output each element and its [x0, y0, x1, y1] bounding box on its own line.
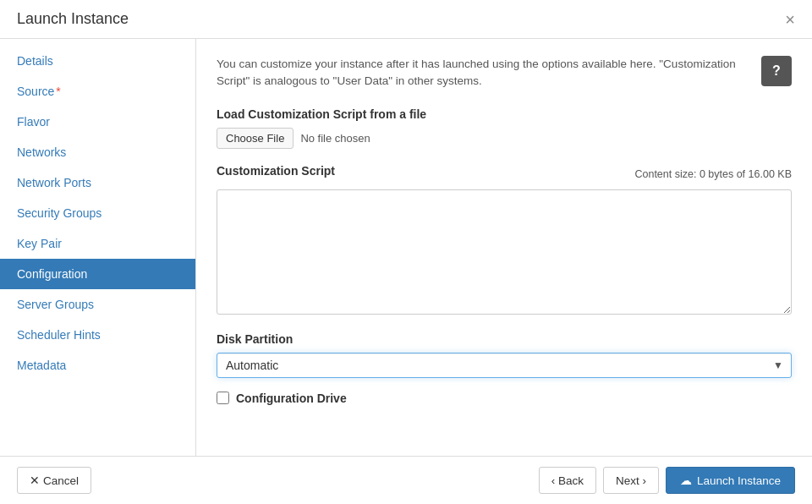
disk-partition-label: Disk Partition — [217, 332, 792, 346]
modal-header: Launch Instance × — [0, 0, 812, 39]
sidebar: Details Source* Flavor Networks Network … — [0, 39, 196, 456]
sidebar-item-key-pair[interactable]: Key Pair — [0, 228, 195, 259]
choose-file-button[interactable]: Choose File — [217, 128, 294, 149]
cancel-button[interactable]: ✕ Cancel — [17, 467, 91, 494]
sidebar-item-details[interactable]: Details — [0, 46, 195, 76]
script-header: Customization Script Content size: 0 byt… — [217, 164, 792, 184]
sidebar-item-flavor[interactable]: Flavor — [0, 107, 195, 137]
file-row: Choose File No file chosen — [217, 128, 792, 149]
content-size: Content size: 0 bytes of 16.00 KB — [634, 168, 792, 180]
sidebar-item-network-ports[interactable]: Network Ports — [0, 167, 195, 198]
load-script-label: Load Customization Script from a file — [217, 107, 792, 121]
footer-right: ‹ Back Next › ☁ Launch Instance — [539, 467, 795, 494]
sidebar-item-networks[interactable]: Networks — [0, 137, 195, 167]
footer-left: ✕ Cancel — [17, 467, 91, 494]
launch-instance-modal: Launch Instance × Details Source* Flavor… — [0, 0, 812, 504]
sidebar-item-security-groups[interactable]: Security Groups — [0, 198, 195, 228]
sidebar-item-metadata[interactable]: Metadata — [0, 350, 195, 381]
cancel-icon: ✕ — [30, 474, 40, 487]
help-button[interactable]: ? — [761, 56, 792, 86]
sidebar-item-server-groups[interactable]: Server Groups — [0, 289, 195, 320]
disk-partition-select[interactable]: Automatic Manual None — [217, 353, 792, 378]
info-text: You can customize your instance after it… — [217, 56, 751, 90]
info-row: You can customize your instance after it… — [217, 56, 792, 90]
back-button[interactable]: ‹ Back — [539, 467, 596, 494]
next-button[interactable]: Next › — [603, 467, 659, 494]
config-drive-row: Configuration Drive — [217, 392, 792, 405]
sidebar-item-source[interactable]: Source* — [0, 76, 195, 107]
sidebar-item-scheduler-hints[interactable]: Scheduler Hints — [0, 320, 195, 350]
close-button[interactable]: × — [785, 11, 795, 28]
modal-body: Details Source* Flavor Networks Network … — [0, 39, 812, 456]
sidebar-item-configuration[interactable]: Configuration — [0, 259, 195, 289]
launch-instance-button[interactable]: ☁ Launch Instance — [666, 467, 795, 494]
config-drive-label[interactable]: Configuration Drive — [236, 392, 347, 405]
disk-partition-wrapper: Automatic Manual None ▼ — [217, 353, 792, 378]
script-textarea[interactable] — [217, 189, 792, 315]
modal-title: Launch Instance — [17, 10, 129, 28]
cloud-icon: ☁ — [680, 474, 692, 487]
config-drive-checkbox[interactable] — [217, 392, 229, 404]
modal-footer: ✕ Cancel ‹ Back Next › ☁ Launch Instance — [0, 456, 812, 504]
customization-script-label: Customization Script — [217, 164, 335, 178]
no-file-text: No file chosen — [300, 132, 370, 145]
disk-partition-section: Disk Partition Automatic Manual None ▼ — [217, 332, 792, 378]
main-content: You can customize your instance after it… — [196, 39, 812, 456]
